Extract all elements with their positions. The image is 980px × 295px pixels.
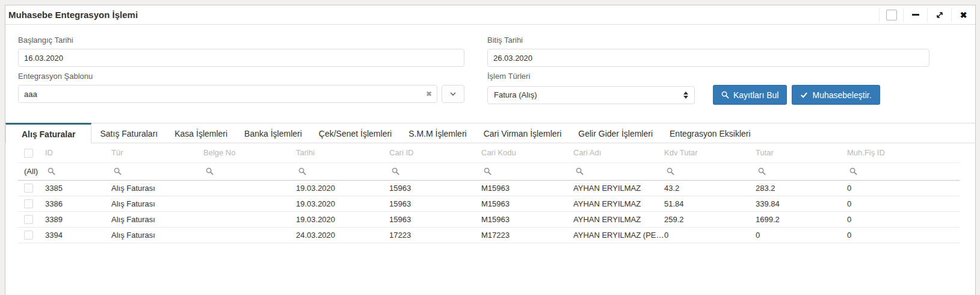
cell-kdv-tutar: 0 — [664, 227, 756, 243]
template-dropdown-button[interactable] — [442, 85, 464, 103]
row-checkbox[interactable] — [24, 231, 33, 240]
cell-belge-no — [203, 227, 296, 243]
template-input[interactable] — [18, 85, 437, 103]
data-grid: ID Tür Belge No Tarihi Cari ID Cari Kodu… — [18, 143, 960, 243]
row-checkbox-cell — [18, 196, 45, 211]
table-body: 3385Alış Faturası19.03.202015963M15963AY… — [18, 180, 960, 243]
filter-tutar[interactable] — [756, 163, 847, 180]
spinner-icon — [683, 92, 688, 99]
cell-id: 3386 — [45, 196, 111, 211]
filter-select-all[interactable]: (All) — [18, 163, 45, 180]
column-header-tarihi[interactable]: Tarihi — [296, 143, 389, 163]
minimize-button[interactable] — [903, 8, 927, 22]
cell-id: 3389 — [45, 211, 111, 227]
filter-cari-kodu[interactable] — [481, 163, 573, 180]
tab-label: Alış Faturalar — [22, 129, 75, 139]
tab-label: Satış Faturaları — [100, 129, 158, 138]
tab-alis-faturalar[interactable]: Alış Faturalar — [5, 123, 91, 143]
filter-tur[interactable] — [111, 163, 203, 180]
check-icon — [800, 91, 808, 99]
column-header-belge-no[interactable]: Belge No — [203, 143, 296, 163]
search-icon — [48, 167, 55, 175]
tab-satis-faturalari[interactable]: Satış Faturaları — [91, 123, 166, 143]
post-to-accounting-label: Muhasebeleştir. — [812, 90, 871, 100]
cell-tarihi: 24.03.2020 — [296, 227, 389, 243]
column-header-id[interactable]: ID — [45, 143, 111, 163]
row-checkbox[interactable] — [24, 215, 33, 224]
tab-label: Kasa İşlemleri — [174, 129, 227, 138]
filter-kdv-tutar[interactable] — [664, 163, 756, 180]
search-icon — [667, 167, 674, 175]
start-date-input[interactable] — [18, 49, 464, 67]
header-row: ID Tür Belge No Tarihi Cari ID Cari Kodu… — [18, 143, 960, 163]
tab-kasa-islemleri[interactable]: Kasa İşlemleri — [166, 123, 236, 143]
tab-smm-islemleri[interactable]: S.M.M İşlemleri — [400, 123, 475, 143]
start-date-label: Başlangıç Tarihi — [18, 36, 464, 45]
column-header-cari-kodu[interactable]: Cari Kodu — [481, 143, 573, 163]
search-icon — [114, 167, 122, 175]
tab-strip: Alış Faturalar Satış Faturaları Kasa İşl… — [5, 123, 975, 143]
restore-button[interactable] — [879, 8, 903, 22]
filter-row: (All) — [18, 163, 960, 180]
filter-id[interactable] — [45, 163, 111, 180]
column-header-kdv-tutar[interactable]: Kdv Tutar — [664, 143, 756, 163]
cell-tarihi: 19.03.2020 — [296, 196, 389, 211]
cell-tarihi: 19.03.2020 — [296, 180, 389, 196]
cell-kdv-tutar: 43.2 — [664, 180, 756, 196]
cell-tutar: 1699.2 — [756, 211, 847, 227]
search-icon — [484, 167, 492, 175]
filter-cari-id[interactable] — [389, 163, 481, 180]
search-icon — [206, 167, 214, 175]
search-icon — [392, 167, 399, 175]
column-header-tutar[interactable]: Tutar — [756, 143, 847, 163]
tab-label: Çek/Senet İşlemleri — [319, 129, 392, 138]
cell-tutar: 0 — [756, 227, 847, 243]
tab-label: Gelir Gider İşlemleri — [578, 129, 653, 138]
end-date-label: Bitiş Tarihi — [487, 36, 946, 45]
filter-muh-fis-id[interactable] — [847, 163, 960, 180]
tab-gelir-gider-islemleri[interactable]: Gelir Gider İşlemleri — [570, 123, 661, 143]
table-row: 3389Alış Faturası19.03.202015963M15963AY… — [18, 211, 960, 227]
row-checkbox[interactable] — [24, 199, 33, 208]
select-all-checkbox[interactable] — [24, 149, 33, 158]
find-records-button[interactable]: Kayıtları Bul — [713, 85, 787, 105]
tab-cek-senet-islemleri[interactable]: Çek/Senet İşlemleri — [310, 123, 400, 143]
column-header-cari-adi[interactable]: Cari Adı — [573, 143, 664, 163]
dialog-window: Muhasebe Entegrasyon İşlemi ✖ Başlangıç … — [5, 5, 976, 295]
table-row: 3386Alış Faturası19.03.202015963M15963AY… — [18, 196, 960, 211]
clear-icon[interactable]: ✖ — [426, 90, 432, 98]
row-checkbox[interactable] — [24, 184, 33, 193]
filter-cari-adi[interactable] — [573, 163, 664, 180]
filter-belge-no[interactable] — [203, 163, 296, 180]
template-combo: ✖ — [18, 85, 437, 103]
cell-tutar: 283.2 — [756, 180, 847, 196]
post-to-accounting-button[interactable]: Muhasebeleştir. — [792, 85, 880, 105]
column-header-cari-id[interactable]: Cari ID — [389, 143, 481, 163]
tab-cari-virman-islemleri[interactable]: Cari Virman İşlemleri — [475, 123, 570, 143]
expand-icon — [935, 11, 944, 19]
template-label: Entegrasyon Şablonu — [18, 72, 464, 81]
cell-tarihi: 19.03.2020 — [296, 211, 389, 227]
column-header-tur[interactable]: Tür — [111, 143, 203, 163]
cell-belge-no — [203, 196, 296, 211]
cell-tur: Alış Faturası — [111, 180, 203, 196]
tab-entegrasyon-eksikleri[interactable]: Entegrasyon Eksikleri — [661, 123, 759, 143]
cell-cari-id: 15963 — [389, 196, 481, 211]
cell-id: 3394 — [45, 227, 111, 243]
transaction-types-value: Fatura (Alış) — [494, 90, 537, 99]
cell-tur: Alış Faturası — [111, 227, 203, 243]
filter-tarihi[interactable] — [296, 163, 389, 180]
close-button[interactable]: ✖ — [951, 8, 975, 22]
window-title: Muhasebe Entegrasyon İşlemi — [8, 10, 138, 20]
expand-button[interactable] — [927, 8, 951, 22]
table-row: 3394Alış Faturası24.03.202017223M17223AY… — [18, 227, 960, 243]
tab-banka-islemleri[interactable]: Banka İşlemleri — [236, 123, 310, 143]
find-records-label: Kayıtları Bul — [733, 90, 778, 100]
end-date-input[interactable] — [487, 49, 929, 67]
table-row: 3385Alış Faturası19.03.202015963M15963AY… — [18, 180, 960, 196]
cell-cari-id: 15963 — [389, 211, 481, 227]
cell-cari-id: 17223 — [389, 227, 481, 243]
transaction-types-select[interactable]: Fatura (Alış) — [487, 86, 695, 104]
cell-kdv-tutar: 259.2 — [664, 211, 756, 227]
column-header-muh-fis-id[interactable]: Muh.Fiş ID — [847, 143, 960, 163]
